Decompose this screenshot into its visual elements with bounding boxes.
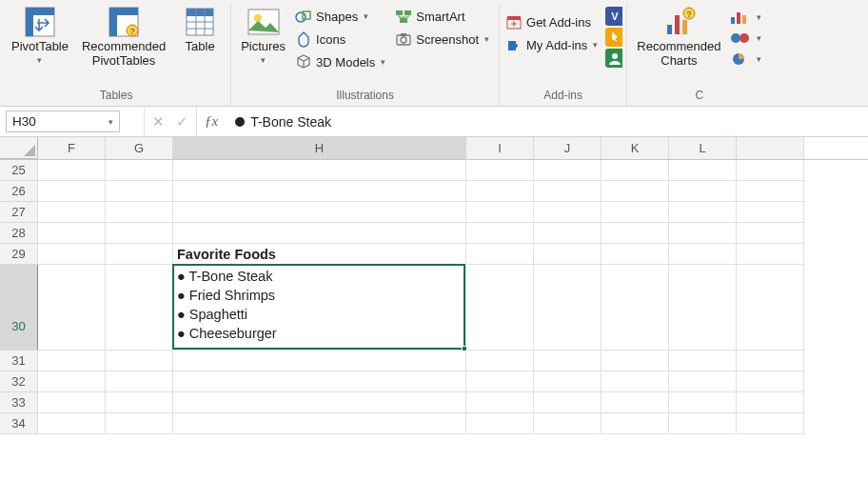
row-header[interactable]: 32: [0, 371, 38, 392]
cell[interactable]: [737, 371, 804, 392]
cell[interactable]: [106, 392, 173, 413]
table-button[interactable]: Table: [173, 4, 227, 56]
cell[interactable]: [106, 160, 173, 181]
cell[interactable]: [466, 202, 534, 223]
cell[interactable]: [38, 392, 106, 413]
cell[interactable]: [602, 371, 669, 392]
cell[interactable]: [466, 223, 534, 244]
cell[interactable]: [466, 181, 534, 202]
pivottable-button[interactable]: PivotTable ▾: [6, 4, 74, 67]
cell[interactable]: [534, 351, 602, 371]
column-header[interactable]: G: [106, 137, 173, 159]
cell[interactable]: [534, 392, 602, 413]
cell[interactable]: [38, 351, 106, 371]
cell[interactable]: [669, 223, 737, 244]
cell[interactable]: [737, 202, 804, 223]
cell[interactable]: [737, 265, 804, 351]
row-header[interactable]: 26: [0, 181, 38, 202]
cell[interactable]: [106, 413, 173, 434]
cell[interactable]: [737, 351, 804, 371]
pictures-button[interactable]: Pictures ▾: [235, 4, 291, 67]
screenshot-button[interactable]: Screenshot ▾: [393, 29, 495, 50]
row-header[interactable]: 25: [0, 160, 38, 181]
cell[interactable]: [534, 202, 602, 223]
cell[interactable]: [602, 202, 669, 223]
cancel-formula-button[interactable]: ✕: [152, 113, 165, 130]
row-header[interactable]: 33: [0, 392, 38, 413]
cell[interactable]: [38, 413, 106, 434]
cell[interactable]: [173, 392, 466, 413]
visio-addin-icon[interactable]: V: [605, 8, 622, 25]
cell[interactable]: [466, 244, 534, 265]
cell[interactable]: [669, 413, 737, 434]
cell[interactable]: [106, 202, 173, 223]
cell[interactable]: [534, 413, 602, 434]
row-header[interactable]: 34: [0, 413, 38, 434]
cell[interactable]: [173, 351, 466, 371]
column-header[interactable]: J: [534, 137, 602, 159]
recommended-pivot-button[interactable]: ? Recommended PivotTables: [76, 4, 171, 70]
cell[interactable]: [737, 244, 804, 265]
cell[interactable]: [466, 351, 534, 371]
column-header[interactable]: K: [602, 137, 669, 159]
row-header[interactable]: 27: [0, 202, 38, 223]
cell[interactable]: [38, 223, 106, 244]
cell[interactable]: [106, 244, 173, 265]
cell[interactable]: [173, 223, 466, 244]
cell[interactable]: [602, 181, 669, 202]
cell[interactable]: [173, 371, 466, 392]
select-all-corner[interactable]: [0, 137, 38, 159]
cell[interactable]: [466, 265, 534, 351]
row-header[interactable]: 29: [0, 244, 38, 265]
row-header[interactable]: 31: [0, 351, 38, 371]
cell[interactable]: ● T-Bone Steak ● Fried Shrimps ● Spaghet…: [173, 265, 466, 351]
cell[interactable]: [602, 244, 669, 265]
chart-hier-button[interactable]: ▾: [728, 29, 767, 48]
row-header[interactable]: 28: [0, 223, 38, 244]
my-addins-button[interactable]: My Add-ins ▾: [503, 34, 603, 55]
cell[interactable]: [173, 181, 466, 202]
cell[interactable]: [106, 265, 173, 351]
cell[interactable]: [38, 265, 106, 351]
bing-addin-icon[interactable]: [605, 29, 622, 46]
cell[interactable]: [466, 392, 534, 413]
cell[interactable]: [534, 371, 602, 392]
accept-formula-button[interactable]: ✓: [176, 113, 188, 130]
row-header[interactable]: 30: [0, 265, 38, 351]
cell[interactable]: [106, 181, 173, 202]
column-header[interactable]: F: [38, 137, 106, 159]
cell[interactable]: [669, 181, 737, 202]
cell[interactable]: [669, 392, 737, 413]
cell[interactable]: [466, 371, 534, 392]
column-header[interactable]: I: [466, 137, 534, 159]
name-box[interactable]: H30 ▾: [6, 110, 120, 132]
cell[interactable]: [466, 413, 534, 434]
cell[interactable]: [737, 413, 804, 434]
cell[interactable]: [106, 371, 173, 392]
cell[interactable]: [173, 202, 466, 223]
cell[interactable]: [737, 160, 804, 181]
cell[interactable]: [737, 181, 804, 202]
cell[interactable]: [534, 223, 602, 244]
cell[interactable]: [106, 223, 173, 244]
cell[interactable]: [669, 244, 737, 265]
cell[interactable]: [669, 351, 737, 371]
cell[interactable]: [669, 371, 737, 392]
formula-input[interactable]: T-Bone Steak: [226, 107, 868, 136]
column-header[interactable]: H: [173, 137, 466, 159]
cell[interactable]: [38, 202, 106, 223]
cell[interactable]: [737, 223, 804, 244]
icons-button[interactable]: Icons: [293, 29, 391, 50]
cell[interactable]: [38, 371, 106, 392]
cell[interactable]: Favorite Foods: [173, 244, 466, 265]
cell[interactable]: [669, 265, 737, 351]
cell[interactable]: [466, 160, 534, 181]
cell[interactable]: [534, 265, 602, 351]
cell[interactable]: [602, 160, 669, 181]
get-addins-button[interactable]: Get Add-ins: [503, 11, 603, 32]
cell[interactable]: [602, 265, 669, 351]
chart-bar-button[interactable]: ▾: [728, 8, 767, 27]
column-header[interactable]: L: [669, 137, 737, 159]
cell[interactable]: [602, 413, 669, 434]
cell[interactable]: [602, 392, 669, 413]
